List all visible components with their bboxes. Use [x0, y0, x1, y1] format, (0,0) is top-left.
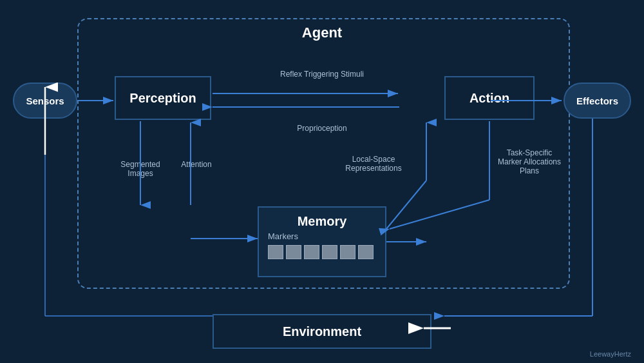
marker-block: [286, 245, 301, 259]
task-specific-label: Task-Specific Marker Allocations Plans: [497, 148, 562, 175]
segmented-label: Segmented Images: [115, 160, 166, 178]
action-label: Action: [469, 91, 509, 106]
effectors-label: Effectors: [576, 95, 618, 106]
branding-label: LeewayHertz: [590, 350, 631, 358]
marker-block: [358, 245, 374, 259]
proprioception-label: Proprioception: [297, 124, 346, 133]
reflex-label: Reflex Triggering Stimuli: [280, 70, 364, 79]
local-space-label: Local-Space Representations: [341, 155, 406, 173]
marker-block: [304, 245, 319, 259]
marker-block: [340, 245, 355, 259]
environment-label: Environment: [283, 324, 361, 339]
perception-label: Perception: [129, 91, 196, 106]
markers-label: Markers: [259, 231, 298, 241]
sensors-pill: Sensors: [13, 83, 77, 119]
memory-label: Memory: [298, 214, 347, 229]
memory-box: Memory Markers: [258, 206, 386, 277]
sensors-label: Sensors: [26, 95, 64, 106]
environment-box: Environment: [213, 314, 431, 349]
attention-label: Attention: [174, 160, 219, 169]
diagram-container: Agent Sensors Effectors Perception Actio…: [0, 0, 644, 363]
action-box: Action: [444, 76, 535, 120]
agent-label: Agent: [302, 25, 342, 41]
marker-block: [322, 245, 337, 259]
effectors-pill: Effectors: [564, 83, 631, 119]
perception-box: Perception: [115, 76, 211, 120]
marker-block: [268, 245, 283, 259]
markers-row: [259, 245, 374, 259]
